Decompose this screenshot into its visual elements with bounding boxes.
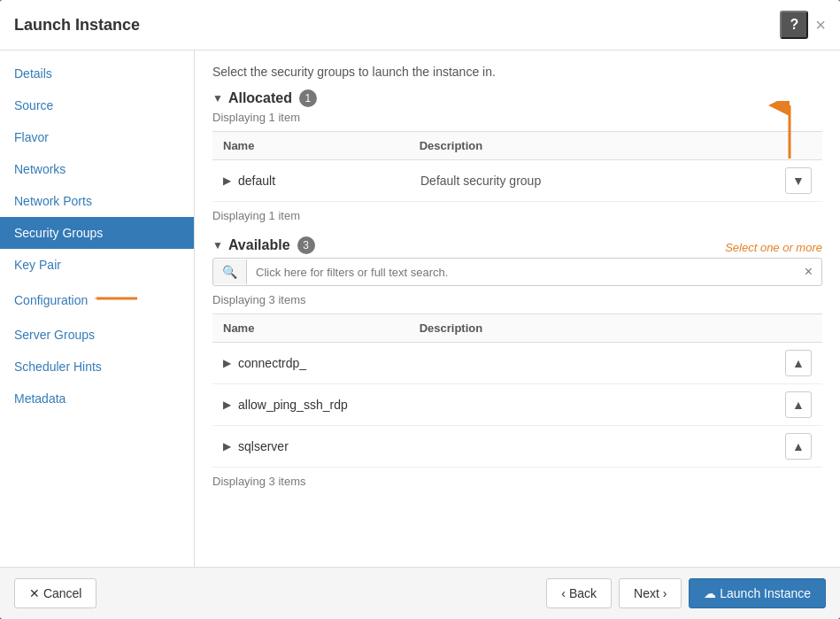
sidebar-item-security-groups[interactable]: Security Groups bbox=[0, 217, 194, 249]
allocated-table: Name Description ▶ default Default secur… bbox=[212, 131, 822, 202]
row-name: allow_ping_ssh_rdp bbox=[238, 398, 420, 412]
table-row: ▶ sqlserver ▲ bbox=[212, 426, 822, 468]
cloud-icon: ☁ bbox=[704, 586, 716, 600]
modal-header: Launch Instance ? × bbox=[0, 0, 840, 50]
allocated-col-desc: Description bbox=[420, 139, 812, 152]
modal-overlay: Launch Instance ? × Details Source Flavo… bbox=[0, 0, 840, 619]
description-text: Select the security groups to launch the… bbox=[212, 65, 822, 79]
select-hint-text: Select one or more bbox=[725, 241, 822, 254]
row-name: connectrdp_ bbox=[238, 356, 420, 370]
modal-footer: ✕ Cancel ‹ Back Next › ☁ Launch Instance bbox=[0, 567, 840, 619]
row-expand-icon[interactable]: ▶ bbox=[223, 357, 231, 369]
available-chevron: ▼ bbox=[212, 239, 223, 251]
search-input[interactable] bbox=[247, 260, 796, 284]
available-table: Name Description ▶ connectrdp_ ▲ bbox=[212, 313, 822, 468]
footer-right: ‹ Back Next › ☁ Launch Instance bbox=[546, 578, 826, 608]
table-row: ▶ connectrdp_ ▲ bbox=[212, 343, 822, 384]
sidebar-item-network-ports[interactable]: Network Ports bbox=[0, 185, 194, 217]
available-header-row: ▼ Available 3 Select one or more bbox=[212, 236, 822, 258]
close-button[interactable]: × bbox=[815, 16, 826, 34]
row-expand-icon[interactable]: ▶ bbox=[223, 174, 231, 187]
row-expand-icon[interactable]: ▶ bbox=[223, 398, 231, 411]
row-name: default bbox=[238, 174, 420, 188]
allocated-col-name: Name bbox=[223, 139, 420, 152]
allocated-badge: 1 bbox=[299, 89, 317, 107]
sidebar-item-configuration[interactable]: Configuration bbox=[0, 281, 194, 319]
row-expand-icon[interactable]: ▶ bbox=[223, 440, 231, 453]
sidebar: Details Source Flavor Networks Network P… bbox=[0, 50, 195, 567]
sidebar-item-server-groups[interactable]: Server Groups bbox=[0, 319, 194, 351]
sidebar-item-flavor[interactable]: Flavor bbox=[0, 121, 194, 153]
allocated-displaying-bottom: Displaying 1 item bbox=[212, 209, 822, 222]
search-container: 🔍 × bbox=[212, 258, 822, 286]
help-button[interactable]: ? bbox=[780, 11, 808, 39]
launch-instance-modal: Launch Instance ? × Details Source Flavo… bbox=[0, 0, 840, 619]
row-action-btn: ▲ bbox=[785, 433, 812, 460]
available-displaying-top: Displaying 3 items bbox=[212, 293, 822, 306]
available-section-header[interactable]: ▼ Available 3 bbox=[212, 236, 315, 254]
config-arrow-hint bbox=[95, 290, 139, 310]
table-row: ▶ default Default security group ▼ bbox=[212, 160, 822, 202]
sidebar-item-source[interactable]: Source bbox=[0, 89, 194, 121]
launch-instance-button[interactable]: ☁ Launch Instance bbox=[689, 578, 826, 608]
sidebar-item-details[interactable]: Details bbox=[0, 58, 194, 89]
allocated-table-header: Name Description bbox=[212, 131, 822, 160]
allocated-chevron: ▼ bbox=[212, 92, 223, 104]
available-table-header: Name Description bbox=[212, 313, 822, 343]
allocated-section-header[interactable]: ▼ Allocated 1 bbox=[212, 89, 822, 107]
row-action-btn: ▲ bbox=[785, 350, 812, 376]
allocated-remove-button[interactable]: ▼ bbox=[785, 167, 812, 194]
allocated-section: ▼ Allocated 1 Displaying 1 item Name Des… bbox=[212, 89, 822, 222]
row-action-btn: ▲ bbox=[785, 391, 812, 418]
row-desc: Default security group bbox=[420, 174, 785, 188]
available-col-desc: Description bbox=[420, 321, 812, 335]
sidebar-item-networks[interactable]: Networks bbox=[0, 153, 194, 185]
footer-left: ✕ Cancel bbox=[14, 578, 96, 608]
allocated-displaying-top: Displaying 1 item bbox=[212, 111, 822, 124]
sidebar-item-key-pair[interactable]: Key Pair bbox=[0, 249, 194, 281]
next-button[interactable]: Next › bbox=[619, 578, 682, 608]
sidebar-item-metadata[interactable]: Metadata bbox=[0, 383, 194, 414]
search-icon: 🔍 bbox=[213, 259, 247, 284]
available-badge: 3 bbox=[297, 236, 315, 254]
modal-title: Launch Instance bbox=[14, 16, 140, 35]
row-action-btn: ▼ bbox=[785, 167, 812, 194]
sidebar-item-scheduler-hints[interactable]: Scheduler Hints bbox=[0, 351, 194, 383]
available-add-button-2[interactable]: ▲ bbox=[785, 391, 812, 418]
cancel-button[interactable]: ✕ Cancel bbox=[14, 578, 96, 608]
allocated-title: Allocated bbox=[228, 90, 292, 106]
available-section: ▼ Available 3 Select one or more 🔍 × Dis… bbox=[212, 236, 822, 488]
modal-body: Details Source Flavor Networks Network P… bbox=[0, 50, 840, 567]
available-title: Available bbox=[228, 237, 290, 253]
available-add-button-3[interactable]: ▲ bbox=[785, 433, 812, 460]
main-content: Select the security groups to launch the… bbox=[195, 50, 840, 567]
table-row: ▶ allow_ping_ssh_rdp ▲ bbox=[212, 384, 822, 426]
available-col-name: Name bbox=[223, 321, 420, 335]
available-add-button-1[interactable]: ▲ bbox=[785, 350, 812, 376]
back-button[interactable]: ‹ Back bbox=[546, 578, 612, 608]
available-displaying-bottom: Displaying 3 items bbox=[212, 475, 822, 488]
row-name: sqlserver bbox=[238, 439, 420, 453]
search-clear-button[interactable]: × bbox=[796, 259, 821, 285]
